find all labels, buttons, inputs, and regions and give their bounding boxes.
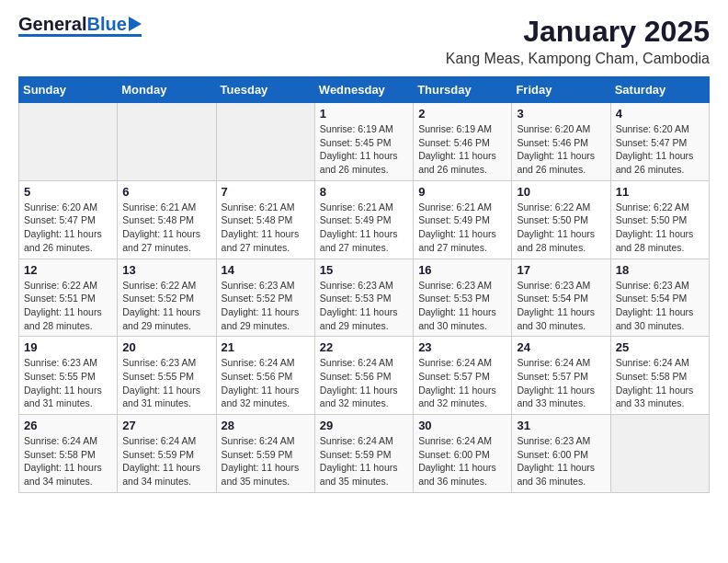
day-number: 1 (320, 107, 408, 121)
calendar-cell: 8Sunrise: 6:21 AM Sunset: 5:49 PM Daylig… (314, 180, 413, 259)
calendar-cell: 18Sunrise: 6:23 AM Sunset: 5:54 PM Dayli… (610, 259, 709, 337)
calendar-cell: 21Sunrise: 6:24 AM Sunset: 5:56 PM Dayli… (216, 337, 314, 415)
calendar-cell: 12Sunrise: 6:22 AM Sunset: 5:51 PM Dayli… (19, 259, 118, 337)
day-number: 3 (517, 107, 605, 121)
day-info: Sunrise: 6:24 AM Sunset: 5:59 PM Dayligh… (320, 434, 408, 488)
calendar-week-2: 5Sunrise: 6:20 AM Sunset: 5:47 PM Daylig… (19, 180, 710, 259)
day-info: Sunrise: 6:23 AM Sunset: 5:52 PM Dayligh… (222, 279, 310, 333)
header-tuesday: Tuesday (216, 77, 314, 103)
day-number: 9 (418, 185, 506, 199)
calendar-cell: 14Sunrise: 6:23 AM Sunset: 5:52 PM Dayli… (216, 259, 314, 337)
day-info: Sunrise: 6:22 AM Sunset: 5:50 PM Dayligh… (517, 201, 605, 255)
day-info: Sunrise: 6:22 AM Sunset: 5:52 PM Dayligh… (122, 279, 210, 333)
day-info: Sunrise: 6:24 AM Sunset: 5:59 PM Dayligh… (122, 434, 210, 488)
day-info: Sunrise: 6:20 AM Sunset: 5:47 PM Dayligh… (616, 122, 704, 177)
day-number: 27 (122, 419, 210, 432)
day-number: 15 (320, 263, 408, 277)
day-number: 24 (517, 340, 605, 354)
calendar-cell: 30Sunrise: 6:24 AM Sunset: 6:00 PM Dayli… (414, 415, 512, 493)
day-number: 18 (616, 263, 704, 277)
calendar-cell: 6Sunrise: 6:21 AM Sunset: 5:48 PM Daylig… (118, 180, 216, 259)
day-number: 2 (418, 107, 506, 121)
day-number: 4 (616, 107, 704, 121)
day-number: 20 (122, 340, 210, 354)
calendar-cell: 27Sunrise: 6:24 AM Sunset: 5:59 PM Dayli… (118, 415, 216, 493)
calendar-cell: 22Sunrise: 6:24 AM Sunset: 5:56 PM Dayli… (314, 337, 413, 415)
day-number: 28 (222, 419, 310, 432)
day-info: Sunrise: 6:21 AM Sunset: 5:49 PM Dayligh… (320, 201, 408, 255)
day-info: Sunrise: 6:24 AM Sunset: 5:57 PM Dayligh… (517, 356, 605, 410)
calendar-cell: 5Sunrise: 6:20 AM Sunset: 5:47 PM Daylig… (19, 180, 118, 259)
day-info: Sunrise: 6:21 AM Sunset: 5:48 PM Dayligh… (222, 201, 310, 255)
calendar-cell: 23Sunrise: 6:24 AM Sunset: 5:57 PM Dayli… (414, 337, 512, 415)
day-info: Sunrise: 6:24 AM Sunset: 5:58 PM Dayligh… (616, 356, 704, 410)
calendar-cell: 3Sunrise: 6:20 AM Sunset: 5:46 PM Daylig… (512, 103, 610, 181)
day-info: Sunrise: 6:24 AM Sunset: 5:57 PM Dayligh… (418, 356, 506, 410)
calendar-cell: 19Sunrise: 6:23 AM Sunset: 5:55 PM Dayli… (19, 337, 118, 415)
calendar-cell: 20Sunrise: 6:23 AM Sunset: 5:55 PM Dayli… (118, 337, 216, 415)
day-info: Sunrise: 6:19 AM Sunset: 5:46 PM Dayligh… (418, 122, 506, 177)
day-number: 26 (24, 419, 112, 432)
month-title: January 2025 (446, 15, 710, 49)
title-area: January 2025 Kang Meas, Kampong Cham, Ca… (446, 15, 710, 67)
day-info: Sunrise: 6:24 AM Sunset: 5:56 PM Dayligh… (222, 356, 310, 410)
day-info: Sunrise: 6:24 AM Sunset: 6:00 PM Dayligh… (418, 434, 506, 488)
day-number: 7 (222, 185, 310, 199)
calendar-cell: 28Sunrise: 6:24 AM Sunset: 5:59 PM Dayli… (216, 415, 314, 493)
calendar-cell: 2Sunrise: 6:19 AM Sunset: 5:46 PM Daylig… (414, 103, 512, 181)
calendar-cell: 17Sunrise: 6:23 AM Sunset: 5:54 PM Dayli… (512, 259, 610, 337)
calendar-cell: 7Sunrise: 6:21 AM Sunset: 5:48 PM Daylig… (216, 180, 314, 259)
header-saturday: Saturday (610, 77, 709, 103)
day-number: 6 (122, 185, 210, 199)
day-info: Sunrise: 6:24 AM Sunset: 5:58 PM Dayligh… (24, 434, 112, 488)
day-info: Sunrise: 6:24 AM Sunset: 5:59 PM Dayligh… (222, 434, 310, 488)
calendar-cell: 29Sunrise: 6:24 AM Sunset: 5:59 PM Dayli… (314, 415, 413, 493)
calendar-week-1: 1Sunrise: 6:19 AM Sunset: 5:45 PM Daylig… (19, 103, 710, 181)
day-info: Sunrise: 6:21 AM Sunset: 5:48 PM Dayligh… (122, 201, 210, 255)
calendar-cell (19, 103, 118, 181)
day-number: 22 (320, 340, 408, 354)
day-info: Sunrise: 6:20 AM Sunset: 5:47 PM Dayligh… (24, 201, 112, 255)
day-number: 29 (320, 419, 408, 432)
calendar-cell: 24Sunrise: 6:24 AM Sunset: 5:57 PM Dayli… (512, 337, 610, 415)
day-info: Sunrise: 6:22 AM Sunset: 5:50 PM Dayligh… (616, 201, 704, 255)
calendar-header-row: SundayMondayTuesdayWednesdayThursdayFrid… (19, 77, 710, 103)
day-info: Sunrise: 6:22 AM Sunset: 5:51 PM Dayligh… (24, 279, 112, 333)
day-info: Sunrise: 6:21 AM Sunset: 5:49 PM Dayligh… (418, 201, 506, 255)
day-info: Sunrise: 6:23 AM Sunset: 5:53 PM Dayligh… (320, 279, 408, 333)
calendar-week-4: 19Sunrise: 6:23 AM Sunset: 5:55 PM Dayli… (19, 337, 710, 415)
day-info: Sunrise: 6:23 AM Sunset: 5:53 PM Dayligh… (418, 279, 506, 333)
day-info: Sunrise: 6:23 AM Sunset: 5:54 PM Dayligh… (517, 279, 605, 333)
day-number: 16 (418, 263, 506, 277)
day-number: 14 (222, 263, 310, 277)
day-number: 10 (517, 185, 605, 199)
calendar-cell (118, 103, 216, 181)
calendar-cell: 1Sunrise: 6:19 AM Sunset: 5:45 PM Daylig… (314, 103, 413, 181)
header-monday: Monday (118, 77, 216, 103)
day-number: 23 (418, 340, 506, 354)
header-sunday: Sunday (19, 77, 118, 103)
day-number: 11 (616, 185, 704, 199)
calendar-cell: 10Sunrise: 6:22 AM Sunset: 5:50 PM Dayli… (512, 180, 610, 259)
header-friday: Friday (512, 77, 610, 103)
calendar-cell: 31Sunrise: 6:23 AM Sunset: 6:00 PM Dayli… (512, 415, 610, 493)
day-number: 17 (517, 263, 605, 277)
calendar-cell: 9Sunrise: 6:21 AM Sunset: 5:49 PM Daylig… (414, 180, 512, 259)
logo-underline (18, 34, 142, 37)
day-info: Sunrise: 6:19 AM Sunset: 5:45 PM Dayligh… (320, 122, 408, 177)
day-info: Sunrise: 6:24 AM Sunset: 5:56 PM Dayligh… (320, 356, 408, 410)
header-wednesday: Wednesday (314, 77, 413, 103)
calendar-cell (216, 103, 314, 181)
calendar-week-5: 26Sunrise: 6:24 AM Sunset: 5:58 PM Dayli… (19, 415, 710, 493)
calendar-table: SundayMondayTuesdayWednesdayThursdayFrid… (18, 76, 710, 493)
calendar-cell: 26Sunrise: 6:24 AM Sunset: 5:58 PM Dayli… (19, 415, 118, 493)
logo: GeneralBlue (18, 15, 142, 37)
calendar-cell: 15Sunrise: 6:23 AM Sunset: 5:53 PM Dayli… (314, 259, 413, 337)
day-info: Sunrise: 6:23 AM Sunset: 5:55 PM Dayligh… (24, 356, 112, 410)
logo-general-text: GeneralBlue (18, 15, 142, 33)
calendar-cell: 16Sunrise: 6:23 AM Sunset: 5:53 PM Dayli… (414, 259, 512, 337)
day-info: Sunrise: 6:23 AM Sunset: 6:00 PM Dayligh… (517, 434, 605, 488)
day-number: 19 (24, 340, 112, 354)
day-number: 30 (418, 419, 506, 432)
calendar-cell: 11Sunrise: 6:22 AM Sunset: 5:50 PM Dayli… (610, 180, 709, 259)
